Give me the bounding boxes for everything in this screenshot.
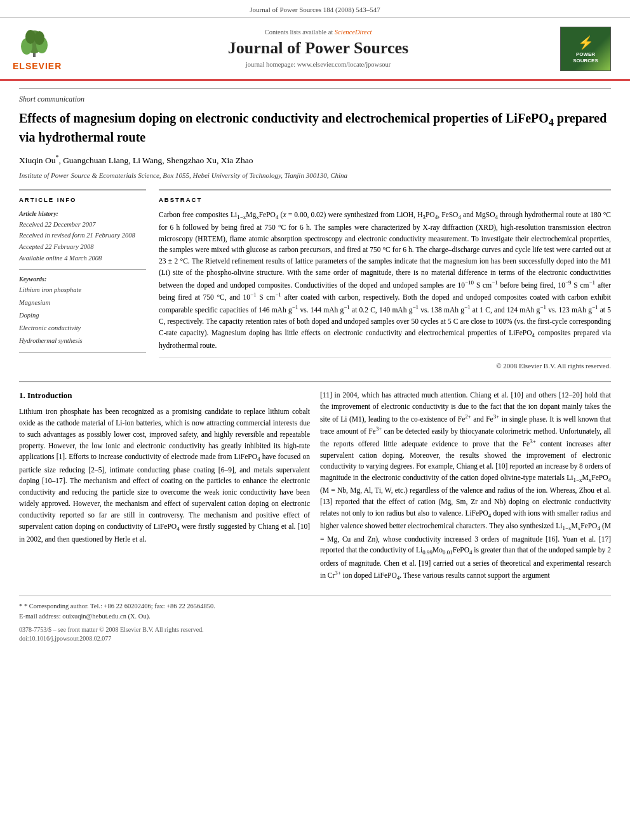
- article-history: Article history: Received 22 December 20…: [19, 208, 146, 264]
- journal-header: ELSEVIER Contents lists available at Sci…: [0, 18, 630, 81]
- star-symbol: *: [19, 603, 24, 610]
- header-center: Contents lists available at ScienceDirec…: [76, 28, 560, 70]
- header-right: ⚡ POWERSOURCES: [560, 27, 617, 71]
- top-header: Journal of Power Sources 184 (2008) 543–…: [0, 0, 630, 18]
- main-col-left: 1. Introduction Lithium iron phosphate h…: [19, 390, 310, 583]
- keyword-2: Magnesium: [19, 297, 146, 309]
- authors-line: Xiuqin Ou*, Guangchuan Liang, Li Wang, S…: [19, 153, 611, 166]
- affiliation-line: Institute of Power Source & Ecomaterials…: [19, 171, 611, 180]
- journal-title: Journal of Power Sources: [76, 39, 560, 58]
- header-left: ELSEVIER: [13, 24, 76, 73]
- history-label: Article history:: [19, 208, 146, 219]
- info-divider: [19, 269, 146, 270]
- sciencedirect-link[interactable]: ScienceDirect: [335, 29, 372, 36]
- article-type-label: Short communication: [19, 88, 611, 105]
- keyword-3: Doping: [19, 309, 146, 322]
- main-content-columns: 1. Introduction Lithium iron phosphate h…: [19, 381, 611, 583]
- received-date: Received 22 December 2007: [19, 219, 146, 230]
- elsevier-wordmark: ELSEVIER: [13, 60, 62, 73]
- article-info-column: ARTICLE INFO Article history: Received 2…: [19, 189, 146, 371]
- svg-point-4: [25, 30, 36, 44]
- article-title: Effects of magnesium doping on electroni…: [19, 110, 611, 146]
- article-body: Short communication Effects of magnesium…: [0, 81, 630, 656]
- corresponding-footnote: * * Corresponding author. Tel.: +86 22 6…: [19, 601, 611, 611]
- revised-date: Received in revised form 21 February 200…: [19, 230, 146, 241]
- introduction-paragraph-1: Lithium iron phosphate has been recogniz…: [19, 406, 310, 545]
- available-date: Available online 4 March 2008: [19, 253, 146, 264]
- introduction-heading: 1. Introduction: [19, 390, 310, 401]
- keywords-title: Keywords:: [19, 275, 146, 284]
- info-abstract-columns: ARTICLE INFO Article history: Received 2…: [19, 189, 611, 371]
- sciencedirect-line: Contents lists available at ScienceDirec…: [76, 28, 560, 37]
- page-wrapper: Journal of Power Sources 184 (2008) 543–…: [0, 0, 630, 656]
- abstract-column: ABSTRACT Carbon free composites Li1−xMgx…: [159, 189, 611, 371]
- lightning-icon: ⚡: [578, 34, 594, 51]
- article-info-title: ARTICLE INFO: [19, 196, 146, 204]
- logo-box-text: POWERSOURCES: [573, 51, 598, 63]
- issn-line: 0378-7753/$ – see front matter © 2008 El…: [19, 625, 611, 643]
- elsevier-logo: ELSEVIER: [13, 24, 76, 73]
- elsevier-tree-icon: [13, 24, 57, 59]
- keyword-4: Electronic conductivity: [19, 322, 146, 335]
- copyright-line: © 2008 Elsevier B.V. All rights reserved…: [159, 357, 611, 371]
- abstract-box: ABSTRACT Carbon free composites Li1−xMgx…: [159, 189, 611, 371]
- keyword-1: Lithium iron phosphate: [19, 284, 146, 297]
- introduction-paragraph-2: [11] in 2004, which has attracted much a…: [320, 390, 611, 583]
- abstract-text: Carbon free composites Li1−xMgxFePO4 (x …: [159, 210, 611, 352]
- journal-logo-box: ⚡ POWERSOURCES: [560, 27, 611, 71]
- abstract-title: ABSTRACT: [159, 196, 611, 204]
- keywords-section: Keywords: Lithium iron phosphate Magnesi…: [19, 275, 146, 347]
- email-footnote: E-mail address: ouixuqin@hebut.edu.cn (X…: [19, 611, 611, 622]
- accepted-date: Accepted 22 February 2008: [19, 241, 146, 253]
- main-col-right: [11] in 2004, which has attracted much a…: [320, 390, 611, 583]
- journal-citation: Journal of Power Sources 184 (2008) 543–…: [250, 6, 380, 13]
- journal-homepage: journal homepage: www.elsevier.com/locat…: [76, 60, 560, 70]
- svg-point-5: [34, 31, 44, 45]
- article-footer: * * Corresponding author. Tel.: +86 22 6…: [19, 596, 611, 643]
- keywords-list: Lithium iron phosphate Magnesium Doping …: [19, 284, 146, 347]
- keyword-5: Hydrothermal synthesis: [19, 335, 146, 347]
- article-info-box: ARTICLE INFO Article history: Received 2…: [19, 189, 146, 352]
